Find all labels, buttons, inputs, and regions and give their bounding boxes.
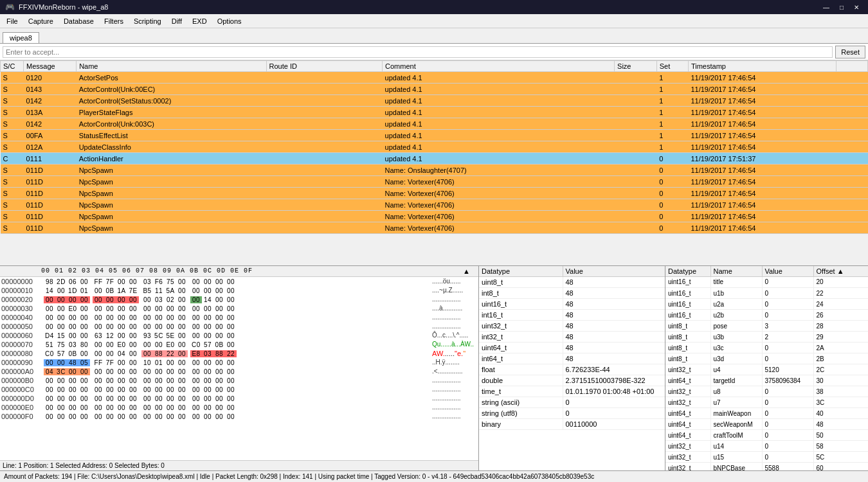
search-input[interactable] — [3, 46, 833, 58]
struct-row[interactable]: uint32_t u7 0 3C — [665, 397, 868, 408]
hex-byte[interactable]: 00 — [127, 314, 139, 321]
hex-byte[interactable]: 88 — [213, 350, 225, 357]
table-row[interactable]: S 011D NpcSpawn Name: Vortexer(4706) 0 1… — [1, 199, 868, 211]
hex-byte[interactable]: 00 — [190, 296, 202, 303]
hex-byte[interactable]: 00 — [213, 332, 225, 339]
hex-byte[interactable]: 00 — [116, 314, 127, 321]
hex-row[interactable]: 00000060D415000063120000935C5E0000000000… — [0, 331, 478, 340]
hex-byte[interactable]: 00 — [44, 359, 55, 366]
hex-byte[interactable]: 00 — [93, 296, 104, 303]
hex-byte[interactable]: 00 — [93, 287, 104, 294]
hex-byte[interactable]: 00 — [78, 314, 90, 321]
hex-byte[interactable]: 00 — [44, 296, 55, 303]
hex-byte[interactable]: 00 — [78, 278, 90, 285]
hex-byte[interactable]: F6 — [153, 278, 165, 285]
hex-byte[interactable]: 00 — [225, 278, 237, 285]
struct-row[interactable]: uint8_t u3c 0 2A — [665, 343, 868, 353]
hex-byte[interactable]: 00 — [141, 296, 153, 303]
hex-byte[interactable]: 00 — [176, 404, 188, 411]
hex-byte[interactable]: 00 — [78, 305, 90, 312]
struct-row[interactable]: uint32_t u4 5120 2C — [665, 364, 868, 375]
hex-byte[interactable]: 00 — [202, 314, 213, 321]
struct-row[interactable]: uint64_t mainWeapon 0 40 — [665, 408, 868, 419]
hex-byte[interactable]: 00 — [190, 377, 202, 384]
hex-byte[interactable]: 2D — [55, 278, 67, 285]
hex-byte[interactable]: 11 — [153, 287, 165, 294]
hex-row[interactable]: 000000E000000000000000000000000000000000… — [0, 403, 478, 412]
hex-byte[interactable]: 00 — [127, 395, 139, 402]
hex-byte[interactable]: 00 — [104, 296, 116, 303]
menu-diff[interactable]: Diff — [167, 16, 187, 26]
hex-byte[interactable]: 00 — [44, 314, 55, 321]
hex-byte[interactable]: 00 — [78, 413, 90, 420]
hex-byte[interactable]: C0 — [190, 341, 202, 348]
hex-byte[interactable]: E8 — [190, 350, 202, 357]
hex-byte[interactable]: 00 — [127, 323, 139, 330]
hex-byte[interactable]: 00 — [213, 287, 225, 294]
hex-byte[interactable]: 00 — [78, 323, 90, 330]
hex-byte[interactable]: 00 — [55, 359, 67, 366]
hex-byte[interactable]: 00 — [67, 377, 78, 384]
struct-row[interactable]: uint32_t u15 0 5C — [665, 452, 868, 463]
hex-byte[interactable]: 00 — [141, 386, 153, 393]
hex-byte[interactable]: 00 — [176, 359, 188, 366]
hex-row[interactable]: 000000C000000000000000000000000000000000… — [0, 385, 478, 394]
hex-row[interactable]: 000000D000000000000000000000000000000000… — [0, 394, 478, 403]
hex-byte[interactable]: 00 — [93, 314, 104, 321]
hex-byte[interactable]: 00 — [55, 287, 67, 294]
hex-byte[interactable]: 00 — [165, 395, 176, 402]
hex-byte[interactable]: 22 — [165, 350, 176, 357]
menu-filters[interactable]: Filters — [99, 16, 129, 26]
hex-byte[interactable]: FF — [93, 278, 104, 285]
menu-capture[interactable]: Capture — [23, 16, 59, 26]
hex-byte[interactable]: 00 — [202, 377, 213, 384]
hex-byte[interactable]: 00 — [202, 278, 213, 285]
hex-byte[interactable]: 00 — [202, 404, 213, 411]
hex-byte[interactable]: 00 — [165, 323, 176, 330]
hex-byte[interactable]: 00 — [104, 341, 116, 348]
hex-byte[interactable]: 00 — [55, 377, 67, 384]
hex-byte[interactable]: 00 — [67, 368, 78, 375]
datatype-row[interactable]: int16_t 48 — [479, 310, 665, 321]
hex-byte[interactable]: 00 — [225, 377, 237, 384]
title-bar-controls[interactable]: — □ ✕ — [819, 4, 863, 11]
hex-byte[interactable]: 00 — [116, 278, 127, 285]
datatype-row[interactable]: string (ascii) 0 — [479, 397, 665, 408]
hex-byte[interactable]: 00 — [104, 350, 116, 357]
close-button[interactable]: ✕ — [850, 4, 863, 11]
hex-byte[interactable]: 00 — [55, 386, 67, 393]
hex-byte[interactable]: 00 — [104, 413, 116, 420]
hex-byte[interactable]: 5E — [165, 332, 176, 339]
hex-byte[interactable]: 00 — [153, 305, 165, 312]
hex-byte[interactable]: 00 — [116, 305, 127, 312]
hex-byte[interactable]: 00 — [176, 377, 188, 384]
menu-database[interactable]: Database — [59, 16, 99, 26]
hex-scroll-arrow[interactable]: ▲ — [463, 267, 476, 275]
hex-byte[interactable]: 80 — [78, 341, 90, 348]
hex-byte[interactable]: 00 — [153, 395, 165, 402]
datatype-row[interactable]: uint16_t 48 — [479, 299, 665, 310]
hex-byte[interactable]: 00 — [176, 368, 188, 375]
hex-byte[interactable]: C0 — [44, 350, 55, 357]
hex-byte[interactable]: FF — [93, 359, 104, 366]
hex-byte[interactable]: 00 — [127, 305, 139, 312]
hex-byte[interactable]: 00 — [55, 305, 67, 312]
hex-byte[interactable]: 22 — [225, 350, 237, 357]
hex-byte[interactable]: 00 — [225, 359, 237, 366]
hex-byte[interactable]: 00 — [67, 404, 78, 411]
struct-row[interactable]: uint32_t u14 0 58 — [665, 441, 868, 452]
hex-byte[interactable]: 00 — [190, 287, 202, 294]
hex-byte[interactable]: 00 — [176, 332, 188, 339]
hex-byte[interactable]: 00 — [78, 386, 90, 393]
hex-byte[interactable]: 00 — [153, 314, 165, 321]
hex-byte[interactable]: 00 — [93, 341, 104, 348]
hex-byte[interactable]: 00 — [67, 332, 78, 339]
hex-byte[interactable]: 00 — [141, 413, 153, 420]
table-row[interactable]: S 011D NpcSpawn Name: Vortexer(4706) 0 1… — [1, 222, 868, 234]
hex-byte[interactable]: 00 — [127, 377, 139, 384]
hex-byte[interactable]: 00 — [225, 341, 237, 348]
hex-byte[interactable]: 00 — [190, 323, 202, 330]
table-row[interactable]: C 0111 ActionHandler updated 4.1 0 11/19… — [1, 153, 868, 165]
hex-byte[interactable]: 00 — [104, 404, 116, 411]
hex-byte[interactable]: 00 — [78, 404, 90, 411]
